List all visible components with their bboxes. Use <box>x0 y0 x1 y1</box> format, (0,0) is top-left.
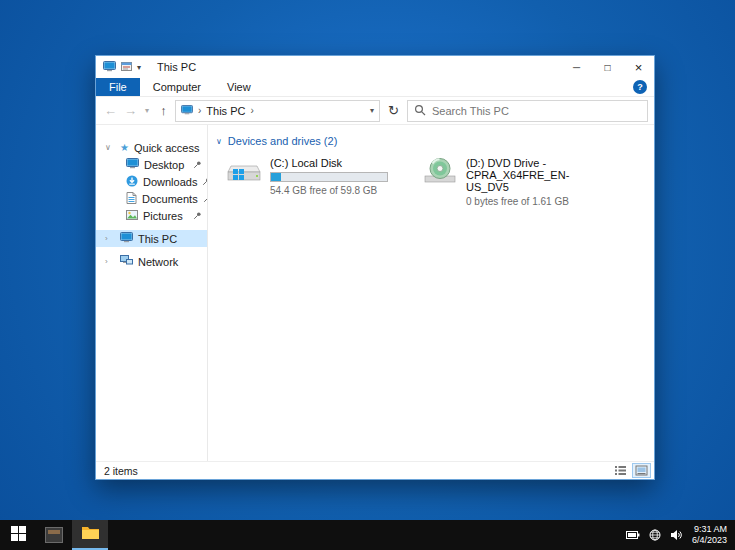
clock-time: 9:31 AM <box>694 524 727 535</box>
forward-button[interactable]: → <box>122 104 139 117</box>
file-list-area: ∨ Devices and drives (2) <box>208 125 654 461</box>
documents-icon <box>126 192 137 206</box>
breadcrumb-separator[interactable]: › <box>250 105 253 116</box>
drive-d-tile[interactable]: (D:) DVD Drive - CPRA_X64FRE_EN-US_DV5 0… <box>422 157 612 207</box>
back-button[interactable]: ← <box>102 104 119 117</box>
quick-access-toolbar: ▾ <box>96 61 141 74</box>
navigation-pane: ∨ ★ Quick access Desktop <box>96 125 208 461</box>
tab-computer[interactable]: Computer <box>140 78 214 96</box>
minimize-button[interactable]: ─ <box>561 56 592 78</box>
sidebar-item-pictures[interactable]: Pictures <box>96 207 207 224</box>
pictures-icon <box>126 210 138 222</box>
this-pc-icon <box>120 232 133 245</box>
sidebar-item-desktop[interactable]: Desktop <box>96 156 207 173</box>
search-icon <box>414 104 426 118</box>
qat-dropdown-icon[interactable]: ▾ <box>137 63 141 72</box>
address-dropdown-icon[interactable]: ▾ <box>370 106 374 115</box>
help-icon[interactable]: ? <box>633 80 647 94</box>
desktop-icon <box>126 158 139 171</box>
start-button[interactable] <box>0 520 36 550</box>
address-pc-icon <box>181 105 193 117</box>
network-icon[interactable] <box>649 529 661 541</box>
pin-icon <box>193 211 202 220</box>
address-bar[interactable]: › This PC › ▾ <box>175 100 380 122</box>
system-tray: 9:31 AM 6/4/2023 <box>626 520 735 550</box>
sidebar-item-this-pc[interactable]: › This PC <box>96 230 207 247</box>
folder-icon <box>81 525 100 544</box>
file-explorer-taskbar-button[interactable] <box>72 520 108 550</box>
drive-tiles: (C:) Local Disk 54.4 GB free of 59.8 GB <box>214 157 654 207</box>
details-view-icon[interactable] <box>611 463 630 478</box>
items-count: 2 items <box>104 465 138 477</box>
tab-file[interactable]: File <box>96 78 140 96</box>
windows-logo-icon <box>11 526 26 545</box>
search-input[interactable] <box>432 105 641 117</box>
drive-c-usage-fill <box>271 173 281 181</box>
taskbar-app-button[interactable] <box>36 520 72 550</box>
sidebar-item-documents[interactable]: Documents <box>96 190 207 207</box>
chevron-down-icon[interactable]: ∨ <box>216 137 222 146</box>
drive-c-tile[interactable]: (C:) Local Disk 54.4 GB free of 59.8 GB <box>226 157 416 207</box>
clock-date: 6/4/2023 <box>692 535 727 546</box>
chevron-right-icon[interactable]: › <box>105 230 108 247</box>
chevron-down-icon[interactable]: ∨ <box>105 139 111 156</box>
drive-c-name: (C:) Local Disk <box>270 157 412 169</box>
dvd-drive-icon <box>422 157 458 189</box>
window-controls: ─ □ × <box>561 56 654 78</box>
navigation-bar: ← → ▾ ↑ › This PC › ▾ ↻ <box>96 97 654 125</box>
group-header-devices-and-drives[interactable]: ∨ Devices and drives (2) <box>214 135 654 147</box>
breadcrumb-this-pc[interactable]: This PC <box>206 105 245 117</box>
drive-c-free-space: 54.4 GB free of 59.8 GB <box>270 185 412 196</box>
drive-c-usage-bar <box>270 172 388 182</box>
window-title: This PC <box>157 61 196 73</box>
sidebar-item-quick-access[interactable]: ∨ ★ Quick access <box>96 139 207 156</box>
chevron-right-icon[interactable]: › <box>105 253 108 270</box>
up-button[interactable]: ↑ <box>155 104 172 117</box>
status-bar: 2 items <box>96 461 654 479</box>
search-box[interactable] <box>407 100 648 122</box>
close-button[interactable]: × <box>623 56 654 78</box>
battery-icon[interactable] <box>626 530 640 540</box>
star-icon: ★ <box>120 143 129 153</box>
maximize-button[interactable]: □ <box>592 56 623 78</box>
window-body: ∨ ★ Quick access Desktop <box>96 125 654 461</box>
taskbar-clock[interactable]: 9:31 AM 6/4/2023 <box>692 524 727 546</box>
drive-d-free-space: 0 bytes free of 1.61 GB <box>466 196 608 207</box>
properties-icon[interactable] <box>121 61 132 74</box>
large-icons-view-icon[interactable] <box>632 463 651 478</box>
drive-d-name: (D:) DVD Drive - CPRA_X64FRE_EN-US_DV5 <box>466 157 608 193</box>
ribbon-tabstrip: File Computer View ? <box>96 78 654 97</box>
explorer-window: ▾ This PC ─ □ × File Computer View ? ← →… <box>95 55 655 480</box>
taskbar: 9:31 AM 6/4/2023 <box>0 520 735 550</box>
tab-view[interactable]: View <box>214 78 264 96</box>
refresh-button[interactable]: ↻ <box>383 100 404 122</box>
desktop: ▾ This PC ─ □ × File Computer View ? ← →… <box>0 0 735 550</box>
pin-icon <box>193 160 202 169</box>
breadcrumb-separator[interactable]: › <box>198 105 201 116</box>
app-window-icon <box>45 527 63 543</box>
titlebar[interactable]: ▾ This PC ─ □ × <box>96 56 654 78</box>
network-icon <box>120 255 133 268</box>
recent-locations-icon[interactable]: ▾ <box>142 106 152 115</box>
downloads-icon <box>126 175 138 189</box>
volume-icon[interactable] <box>670 529 683 541</box>
system-menu-icon[interactable] <box>103 61 116 74</box>
sidebar-item-downloads[interactable]: Downloads <box>96 173 207 190</box>
sidebar-item-network[interactable]: › Network <box>96 253 207 270</box>
hard-drive-icon <box>226 157 262 189</box>
